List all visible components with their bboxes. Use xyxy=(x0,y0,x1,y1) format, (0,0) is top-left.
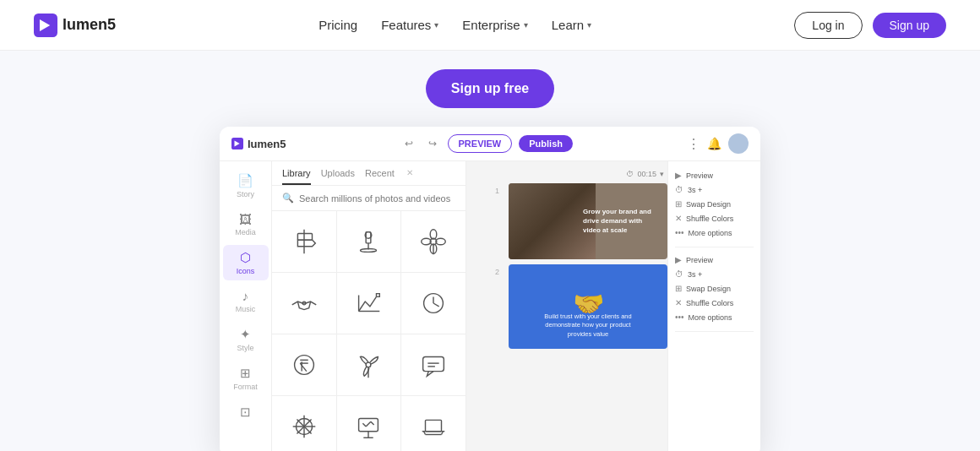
icon-cell-flower[interactable] xyxy=(401,211,466,272)
logo-icon xyxy=(34,14,57,37)
sidebar-item-story[interactable]: 📄 Story xyxy=(223,168,269,204)
slide-caption-2: Build trust with your clients and demons… xyxy=(533,312,643,340)
sidebar-item-style[interactable]: ✦ Style xyxy=(223,322,269,357)
icon-cell-chart[interactable] xyxy=(337,273,401,334)
sidebar-item-media[interactable]: 🖼 Media xyxy=(223,207,269,242)
slide-block-1: 1 Grow your brand and drive demand with … xyxy=(495,183,667,259)
redo-icon[interactable]: ↪ xyxy=(424,135,441,152)
search-input[interactable] xyxy=(299,193,455,204)
slide-number-1: 1 xyxy=(495,183,505,259)
icon-cell-laptop[interactable] xyxy=(401,396,466,451)
svg-line-40 xyxy=(363,423,367,427)
timer-icon: ⏱ xyxy=(626,170,634,178)
app-logo-icon xyxy=(231,138,243,149)
rp-shuffle-1[interactable]: ✕ Shuffle Colors xyxy=(675,211,754,226)
logo-text: lumen5 xyxy=(63,16,116,34)
svg-point-12 xyxy=(430,230,437,239)
icons-icon: ⬡ xyxy=(240,250,251,265)
svg-point-9 xyxy=(361,249,377,253)
right-panel: ▶ Preview ⏱ 3s + ⊞ Swap Design ✕ xyxy=(667,161,760,451)
publish-button[interactable]: Publish xyxy=(519,135,573,152)
icon-cell-sparkle[interactable] xyxy=(272,396,336,451)
more-options-icon[interactable]: ⋮ xyxy=(687,136,700,152)
rp-preview-1[interactable]: ▶ Preview xyxy=(675,168,754,182)
user-avatar[interactable] xyxy=(728,133,749,154)
icon-cell-chat[interactable] xyxy=(401,334,466,395)
panel-tab-icon: ✕ xyxy=(406,168,413,185)
preview-sidebar-icon: ⊡ xyxy=(240,405,251,420)
enterprise-chevron-icon: ▾ xyxy=(524,20,528,30)
rp-swap-2[interactable]: ⊞ Swap Design xyxy=(675,281,754,296)
signup-free-button[interactable]: Sign up free xyxy=(426,69,554,108)
laptop-icon xyxy=(417,410,449,443)
rp-duration-2[interactable]: ⏱ 3s + xyxy=(675,267,754,281)
slide-thumb-2[interactable]: 🤝 Build trust with your clients and demo… xyxy=(509,264,667,349)
svg-rect-29 xyxy=(423,357,444,372)
icon-cell-signpost[interactable] xyxy=(272,211,336,272)
rupee-icon xyxy=(288,349,320,381)
rp-more-2[interactable]: ••• More options xyxy=(675,310,754,324)
format-icon: ⊞ xyxy=(240,366,251,381)
undo-icon[interactable]: ↩ xyxy=(400,135,417,152)
tab-library[interactable]: Library xyxy=(282,168,311,185)
svg-line-22 xyxy=(433,303,439,307)
logo[interactable]: lumen5 xyxy=(34,14,116,37)
microscope-icon xyxy=(352,226,384,258)
icon-cell-microscope[interactable] xyxy=(337,211,401,272)
signup-button[interactable]: Sign up xyxy=(873,13,946,38)
svg-point-23 xyxy=(294,356,313,375)
login-button[interactable]: Log in xyxy=(794,12,862,39)
bell-icon[interactable]: 🔔 xyxy=(707,137,721,150)
icon-cell-handshake[interactable] xyxy=(272,273,336,334)
svg-line-42 xyxy=(371,421,374,425)
svg-point-15 xyxy=(436,238,445,245)
rp-preview-2[interactable]: ▶ Preview xyxy=(675,253,754,267)
rp-more-1[interactable]: ••• More options xyxy=(675,226,754,240)
icon-cell-presentation[interactable] xyxy=(337,396,401,451)
video-area: ⏱ 00:15 ▾ 1 Grow your brand and drive de… xyxy=(492,161,667,451)
rp-swap-1[interactable]: ⊞ Swap Design xyxy=(675,197,754,211)
nav-enterprise[interactable]: Enterprise ▾ xyxy=(462,18,527,32)
preview-button[interactable]: PREVIEW xyxy=(448,134,513,153)
panel-tabs: Library Uploads Recent ✕ xyxy=(272,161,466,186)
main-content-area: ⏱ 00:15 ▾ 1 Grow your brand and drive de… xyxy=(466,161,760,451)
media-icon: 🖼 xyxy=(239,212,252,226)
nav-learn[interactable]: Learn ▾ xyxy=(552,18,591,32)
sparkle-icon xyxy=(288,410,320,443)
svg-marker-6 xyxy=(297,240,315,247)
rp-swap-icon-2: ⊞ xyxy=(675,284,682,293)
slide-thumb-1[interactable]: Grow your brand and drive demand with vi… xyxy=(509,183,667,259)
rp-duration-icon-2: ⏱ xyxy=(675,269,683,279)
sidebar-item-icons[interactable]: ⬡ Icons xyxy=(223,245,269,280)
icon-cell-windmill[interactable] xyxy=(337,334,401,395)
slide-block-2: 2 🤝 Build trust with your clients and de… xyxy=(495,264,667,349)
slide-number-2: 2 xyxy=(495,264,505,349)
svg-line-41 xyxy=(367,421,372,427)
icon-cell-clock[interactable] xyxy=(401,273,466,334)
rp-more-icon-1: ••• xyxy=(675,228,684,237)
nav-links: Pricing Features ▾ Enterprise ▾ Learn ▾ xyxy=(318,18,591,32)
handshake-icon xyxy=(288,287,320,319)
tab-uploads[interactable]: Uploads xyxy=(321,168,355,185)
sidebar-item-music[interactable]: ♪ Music xyxy=(223,284,269,318)
sidebar-item-preview[interactable]: ⊡ xyxy=(223,399,269,425)
rp-duration-1[interactable]: ⏱ 3s + xyxy=(675,182,754,197)
panel-search-bar: 🔍 xyxy=(272,186,466,211)
nav-pricing[interactable]: Pricing xyxy=(318,18,357,32)
icon-cell-rupee[interactable] xyxy=(272,334,336,395)
presentation-icon xyxy=(352,410,384,443)
tab-recent[interactable]: Recent xyxy=(365,168,395,185)
windmill-icon xyxy=(352,349,384,381)
timer-row: ⏱ 00:15 ▾ xyxy=(495,170,667,178)
navbar: lumen5 Pricing Features ▾ Enterprise ▾ L… xyxy=(0,0,980,51)
timer-chevron: ▾ xyxy=(660,170,664,178)
slide-caption-1: Grow your brand and drive demand with vi… xyxy=(583,207,659,236)
nav-features[interactable]: Features ▾ xyxy=(381,18,438,32)
svg-point-14 xyxy=(422,238,431,245)
story-icon: 📄 xyxy=(237,173,253,188)
rp-shuffle-2[interactable]: ✕ Shuffle Colors xyxy=(675,296,754,310)
sidebar-item-format[interactable]: ⊞ Format xyxy=(223,361,269,396)
media-panel: Library Uploads Recent ✕ 🔍 xyxy=(272,161,466,451)
svg-rect-5 xyxy=(297,234,312,241)
chat-icon xyxy=(417,349,449,381)
